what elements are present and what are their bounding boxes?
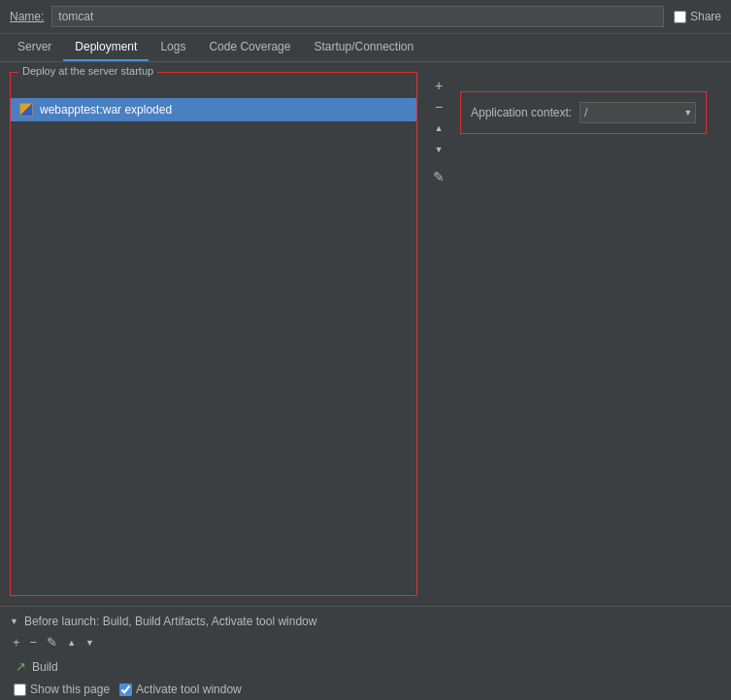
before-launch-remove-button[interactable]: −	[27, 634, 41, 650]
before-launch-label: Before launch: Build, Build Artifacts, A…	[24, 615, 317, 628]
edit-artifact-button[interactable]: ✎	[429, 167, 449, 186]
app-context-select-wrapper: / ▼	[580, 102, 696, 123]
tab-startup-connection[interactable]: Startup/Connection	[302, 34, 425, 61]
war-icon	[18, 102, 34, 117]
main-content: Deploy at the server startup webapptest:…	[0, 62, 731, 606]
before-launch-add-button[interactable]: +	[10, 634, 23, 650]
show-this-page-text: Show this page	[30, 683, 110, 696]
before-launch-down-button[interactable]: ▼	[83, 637, 97, 649]
share-checkbox[interactable]	[674, 11, 686, 23]
war-file-icon	[19, 103, 33, 117]
share-label: Share	[690, 10, 721, 23]
deploy-section: Deploy at the server startup webapptest:…	[10, 72, 721, 596]
move-up-button[interactable]	[429, 118, 449, 138]
deploy-list-container: Deploy at the server startup webapptest:…	[10, 72, 417, 596]
build-item-label: Build	[32, 660, 58, 674]
tab-deployment[interactable]: Deployment	[63, 34, 149, 61]
app-context-label: Application context:	[471, 106, 572, 119]
tab-server[interactable]: Server	[6, 34, 63, 61]
activate-tool-window-text: Activate tool window	[136, 683, 242, 696]
remove-artifact-button[interactable]: −	[429, 97, 449, 117]
tabs-row: Server Deployment Logs Code Coverage Sta…	[0, 34, 731, 62]
add-artifact-button[interactable]: +	[429, 76, 449, 95]
right-panel: Application context: / ▼	[460, 72, 721, 596]
name-row: Name: Share	[0, 0, 731, 34]
deploy-list: webapptest:war exploded	[11, 98, 416, 595]
list-item[interactable]: webapptest:war exploded	[11, 98, 416, 121]
show-page-row: Show this page Activate tool window	[10, 683, 721, 696]
name-input[interactable]	[51, 6, 664, 27]
show-this-page-checkbox[interactable]	[14, 683, 26, 696]
before-launch-up-button[interactable]: ▲	[64, 637, 79, 649]
list-action-buttons: + − ✎	[427, 72, 450, 596]
collapse-icon[interactable]: ▼	[10, 617, 18, 626]
tab-code-coverage[interactable]: Code Coverage	[197, 34, 302, 61]
activate-tool-window-checkbox[interactable]	[119, 683, 132, 696]
before-launch-edit-button[interactable]: ✎	[44, 634, 60, 650]
before-launch-toolbar: + − ✎ ▲ ▼	[10, 634, 721, 650]
share-area: Share	[674, 10, 721, 23]
tab-logs[interactable]: Logs	[149, 34, 197, 61]
before-launch-header: ▼ Before launch: Build, Build Artifacts,…	[10, 615, 721, 628]
before-launch-section: ▼ Before launch: Build, Build Artifacts,…	[0, 606, 731, 700]
app-context-select[interactable]: /	[580, 102, 696, 123]
build-arrow-icon: ↗	[16, 659, 26, 674]
show-this-page-label: Show this page	[14, 683, 110, 696]
deploy-section-label: Deploy at the server startup	[18, 65, 157, 77]
build-item: ↗ Build	[10, 656, 721, 677]
activate-tool-window-label: Activate tool window	[119, 683, 242, 696]
app-context-area: Application context: / ▼	[460, 91, 707, 134]
name-label: Name:	[10, 10, 44, 23]
deploy-item-label: webapptest:war exploded	[40, 103, 172, 117]
move-down-button[interactable]	[429, 140, 449, 159]
